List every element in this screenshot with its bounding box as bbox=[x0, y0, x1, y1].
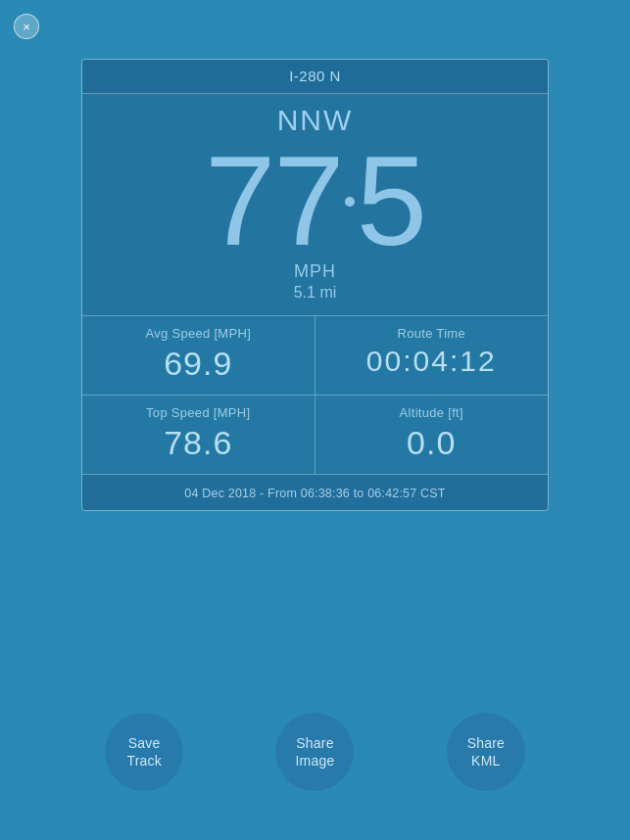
stat-altitude-label: Altitude [ft] bbox=[329, 405, 535, 420]
stat-top-speed-label: Top Speed [MPH] bbox=[96, 405, 301, 420]
stat-route-time: Route Time 00:04:12 bbox=[315, 316, 549, 396]
stat-altitude: Altitude [ft] 0.0 bbox=[315, 396, 549, 475]
stat-route-time-label: Route Time bbox=[329, 326, 535, 341]
speed-decimal: 5 bbox=[357, 129, 425, 272]
speed-display: 775 bbox=[92, 137, 538, 264]
stat-top-speed: Top Speed [MPH] 78.6 bbox=[82, 396, 315, 475]
datetime-bar: 04 Dec 2018 - From 06:38:36 to 06:42:57 … bbox=[82, 475, 548, 510]
main-card: I-280 N NNW 775 MPH 5.1 mi Avg Speed [MP… bbox=[81, 59, 549, 511]
share-image-button[interactable]: ShareImage bbox=[275, 713, 354, 791]
speed-section: NNW 775 MPH 5.1 mi bbox=[82, 94, 548, 316]
speed-dot bbox=[345, 197, 355, 207]
save-track-button[interactable]: SaveTrack bbox=[105, 713, 183, 791]
datetime-text: 04 Dec 2018 - From 06:38:36 to 06:42:57 … bbox=[184, 487, 445, 500]
close-icon: × bbox=[23, 20, 30, 34]
bottom-buttons: SaveTrack ShareImage ShareKML bbox=[0, 713, 630, 791]
stat-avg-speed-value: 69.9 bbox=[96, 345, 301, 383]
distance-display: 5.1 mi bbox=[92, 284, 538, 302]
speed-integer: 77 bbox=[205, 129, 343, 272]
share-image-label: ShareImage bbox=[296, 734, 335, 770]
route-header: I-280 N bbox=[82, 60, 548, 94]
stat-avg-speed: Avg Speed [MPH] 69.9 bbox=[82, 316, 315, 396]
share-kml-button[interactable]: ShareKML bbox=[447, 713, 525, 791]
stat-route-time-value: 00:04:12 bbox=[329, 345, 535, 378]
stats-grid: Avg Speed [MPH] 69.9 Route Time 00:04:12… bbox=[82, 316, 548, 475]
stat-altitude-value: 0.0 bbox=[329, 424, 535, 462]
stat-top-speed-value: 78.6 bbox=[96, 424, 301, 462]
close-button[interactable]: × bbox=[14, 14, 39, 39]
share-kml-label: ShareKML bbox=[467, 734, 505, 770]
route-name: I-280 N bbox=[289, 68, 341, 84]
distance-value: 5.1 bbox=[294, 284, 315, 301]
distance-unit: mi bbox=[319, 284, 336, 301]
speed-unit: MPH bbox=[92, 261, 538, 282]
stat-avg-speed-label: Avg Speed [MPH] bbox=[96, 326, 301, 341]
save-track-label: SaveTrack bbox=[126, 734, 161, 770]
